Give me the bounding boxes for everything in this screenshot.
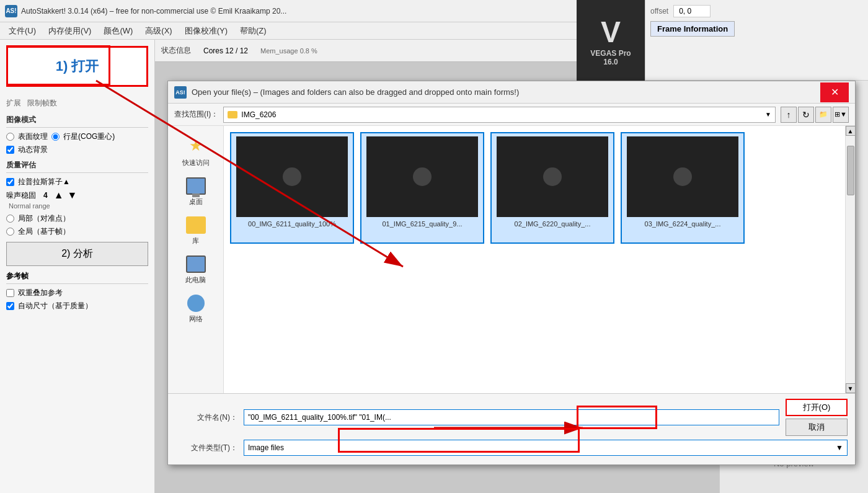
scroll-down-btn[interactable]: ▼ bbox=[846, 383, 856, 393]
thumbnail-dot-2 bbox=[543, 167, 562, 186]
global-radio[interactable] bbox=[6, 228, 14, 236]
file-item-3[interactable]: 03_IMG_6224_quality_... bbox=[621, 132, 745, 244]
filename-label: 文件名(N)： bbox=[175, 412, 237, 423]
analyze-button[interactable]: 2) 分析 bbox=[6, 242, 148, 266]
nav-library[interactable]: 库 bbox=[168, 211, 223, 251]
menu-help[interactable]: 帮助(Z) bbox=[234, 24, 273, 38]
file-dialog: AS! Open your file(s) – (Images and fold… bbox=[167, 81, 856, 465]
menu-file[interactable]: 文件(U) bbox=[2, 24, 42, 38]
noise-increase[interactable]: ▲ bbox=[54, 190, 64, 201]
file-name-3: 03_IMG_6224_quality_... bbox=[645, 220, 721, 228]
refresh-button[interactable]: ↻ bbox=[798, 107, 814, 123]
filetype-select[interactable]: Image files ▼ bbox=[244, 440, 848, 456]
filename-row: 文件名(N)： 打开(O) 取消 bbox=[175, 399, 848, 436]
nav-network[interactable]: 网络 bbox=[168, 290, 223, 329]
filetype-label: 文件类型(T)： bbox=[175, 443, 237, 453]
global-radio-row: 全局（基于帧） bbox=[6, 226, 148, 237]
dialog-body: ★ 快速访问 桌面 库 此电脑 网络 bbox=[168, 126, 855, 393]
filetype-value: Image files bbox=[248, 443, 284, 452]
dialog-nav: ★ 快速访问 桌面 库 此电脑 网络 bbox=[168, 126, 224, 393]
cores-label: Cores 12 / 12 bbox=[203, 47, 248, 55]
location-dropdown[interactable]: IMG_6206 ▼ bbox=[223, 107, 776, 123]
auto-size-label: 自动尺寸（基于质量） bbox=[18, 301, 92, 311]
cancel-button[interactable]: 取消 bbox=[786, 419, 848, 436]
noise-row: 噪声稳固 4 ▲ ▼ bbox=[6, 190, 148, 201]
sidebar: 1) 打开 扩展 限制帧数 图像模式 表面纹理 行星(COG重心) 动态背景 bbox=[0, 40, 155, 493]
scroll-up-btn[interactable]: ▲ bbox=[846, 126, 856, 136]
frame-info-tab[interactable]: Frame Information bbox=[650, 21, 735, 37]
vegas-panel: V VEGAS Pro 16.0 bbox=[577, 0, 645, 81]
toolbar-buttons: ↑ ↻ 📁 ⊞▼ bbox=[781, 107, 849, 123]
filename-input[interactable] bbox=[244, 409, 779, 425]
open-file-button[interactable]: 打开(O) bbox=[786, 399, 848, 416]
planet-cog-radio[interactable] bbox=[51, 133, 60, 141]
noise-value: 4 bbox=[43, 191, 48, 200]
open-button[interactable]: 1) 打开 bbox=[6, 46, 148, 87]
quality-section: 质量评估 拉普拉斯算子▲ 噪声稳固 4 ▲ ▼ Normal range 局部（… bbox=[6, 160, 148, 237]
status-label: 状态信息 bbox=[161, 45, 191, 56]
double-stack-checkbox[interactable] bbox=[6, 289, 14, 297]
noise-decrease[interactable]: ▼ bbox=[68, 190, 78, 201]
menu-calibration[interactable]: 图像校准(Y) bbox=[179, 24, 234, 38]
new-folder-button[interactable]: 📁 bbox=[815, 107, 831, 123]
top-right-panel: offset 0, 0 Frame Information bbox=[645, 0, 868, 81]
file-item-2[interactable]: 02_IMG_6220_quality_... bbox=[490, 132, 614, 244]
local-label: 局部（对准点） bbox=[18, 213, 70, 224]
thumbnail-dot-0 bbox=[283, 167, 301, 186]
folder-icon bbox=[228, 111, 237, 118]
filetype-row: 文件类型(T)： Image files ▼ bbox=[175, 440, 848, 456]
dialog-footer: 文件名(N)： 打开(O) 取消 文件类型(T)： Image files ▼ bbox=[168, 393, 855, 464]
mem-label: Mem_usage 0.8 % bbox=[260, 47, 317, 55]
network-icon bbox=[187, 295, 205, 312]
double-stack-row: 双重叠加参考 bbox=[6, 288, 148, 298]
file-name-0: 00_IMG_6211_quality_100% bbox=[248, 220, 336, 228]
laplacian-label: 拉普拉斯算子▲ bbox=[18, 177, 70, 187]
file-grid[interactable]: 00_IMG_6211_quality_100% 01_IMG_6215_qua… bbox=[224, 126, 845, 393]
dialog-title-bar: AS! Open your file(s) – (Images and fold… bbox=[168, 81, 855, 104]
expand-label: 扩展 bbox=[6, 98, 21, 109]
up-button[interactable]: ↑ bbox=[781, 107, 797, 123]
dialog-close-button[interactable]: ✕ bbox=[820, 82, 849, 102]
menu-memory[interactable]: 内存使用(V) bbox=[42, 24, 97, 38]
quality-title: 质量评估 bbox=[6, 160, 148, 173]
scroll-thumb[interactable] bbox=[847, 146, 854, 195]
laplacian-checkbox[interactable] bbox=[6, 178, 14, 186]
auto-size-checkbox[interactable] bbox=[6, 302, 14, 310]
nav-computer[interactable]: 此电脑 bbox=[168, 251, 223, 290]
normal-range-label: Normal range bbox=[9, 202, 148, 210]
nav-desktop-label: 桌面 bbox=[189, 197, 203, 207]
thumbnail-dot-1 bbox=[413, 167, 432, 186]
vegas-name: VEGAS Pro bbox=[590, 49, 631, 58]
menu-advanced[interactable]: 高级(X) bbox=[139, 24, 178, 38]
surface-texture-radio[interactable] bbox=[6, 133, 14, 141]
global-label: 全局（基于帧） bbox=[18, 226, 70, 237]
ref-frame-section: 参考帧 双重叠加参考 自动尺寸（基于质量） bbox=[6, 271, 148, 311]
file-item-1[interactable]: 01_IMG_6215_quality_9... bbox=[360, 132, 484, 244]
offset-value: 0, 0 bbox=[673, 5, 711, 17]
dialog-scrollbar[interactable]: ▲ ▼ bbox=[845, 126, 855, 393]
file-thumbnail-1 bbox=[366, 136, 478, 217]
limit-frames-label: 限制帧数 bbox=[27, 98, 57, 109]
vegas-version: 16.0 bbox=[603, 58, 618, 66]
noise-label: 噪声稳固 bbox=[6, 190, 36, 201]
surface-texture-label: 表面纹理 bbox=[18, 131, 48, 142]
dropdown-arrow: ▼ bbox=[765, 111, 771, 118]
local-radio[interactable] bbox=[6, 215, 14, 223]
menu-color[interactable]: 颜色(W) bbox=[97, 24, 139, 38]
nav-desktop[interactable]: 桌面 bbox=[168, 172, 223, 211]
vegas-logo: V bbox=[601, 15, 621, 49]
app-icon: AS! bbox=[5, 5, 17, 17]
dynamic-bg-row: 动态背景 bbox=[6, 144, 148, 155]
auto-size-row: 自动尺寸（基于质量） bbox=[6, 301, 148, 311]
nav-quick-access[interactable]: ★ 快速访问 bbox=[168, 131, 223, 172]
file-thumbnail-3 bbox=[627, 136, 738, 217]
nav-computer-label: 此电脑 bbox=[185, 275, 206, 285]
image-mode-title: 图像模式 bbox=[6, 115, 148, 128]
file-thumbnail-2 bbox=[497, 136, 608, 217]
view-button[interactable]: ⊞▼ bbox=[833, 107, 849, 123]
action-buttons: 打开(O) 取消 bbox=[786, 399, 848, 436]
dynamic-bg-label: 动态背景 bbox=[18, 144, 48, 155]
location-value: IMG_6206 bbox=[241, 110, 276, 119]
dynamic-bg-checkbox[interactable] bbox=[6, 146, 14, 154]
file-item-0[interactable]: 00_IMG_6211_quality_100% bbox=[230, 132, 354, 244]
